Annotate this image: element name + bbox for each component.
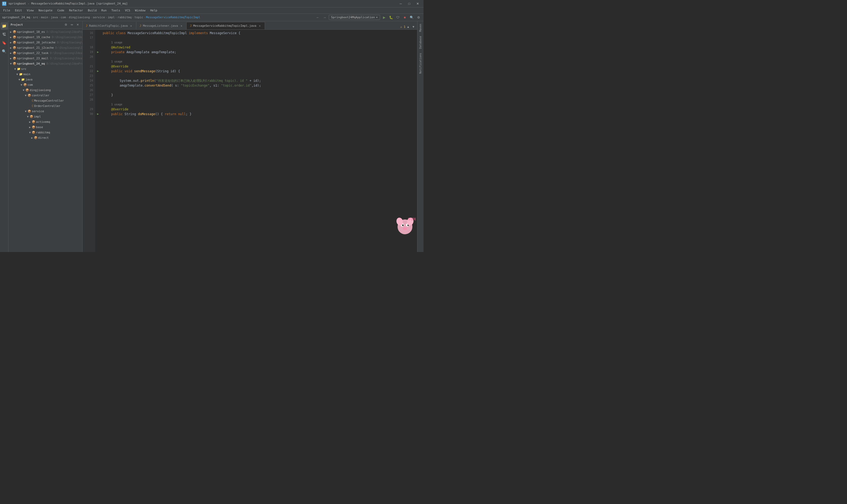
menu-file[interactable]: File [1,8,13,13]
tree-item-springboot21[interactable]: ▶ 📦 springboot_21_j2cache D:\DingJiaxion… [8,45,82,50]
tree-item-dingjiaxiong[interactable]: ▼ 📦 dingjiaxiong [8,87,82,93]
debug-button[interactable]: 🐛 [388,15,394,20]
notifications-panel-toggle[interactable]: Notifications [418,51,422,75]
menu-edit[interactable]: Edit [13,8,24,13]
breadcrumb-com[interactable]: com [60,16,66,19]
run-gutter-30[interactable]: ▶ [95,112,101,116]
tab-close-button2[interactable]: ✕ [179,24,183,28]
tree-item-direct[interactable]: ▶ 📦 direct [8,135,82,140]
panel-close-button[interactable]: ✕ [75,22,80,28]
project-icon[interactable]: 📁 [1,22,8,30]
run-button[interactable]: ▶ [381,15,387,20]
tab-messagelistener[interactable]: J MessageListener.java ✕ [136,22,186,30]
settings-button[interactable]: ⚙ [416,15,421,20]
gutter-icons: ▶ ▶ ▶ [95,30,101,252]
code-content[interactable]: public class MessageServiceRabbitmqTopic… [101,30,417,252]
menu-view[interactable]: View [24,8,36,13]
run-gutter-19[interactable]: ▶ [95,50,101,55]
tree-item-springboot22[interactable]: ▶ 📦 springboot_22_task D:\DingJiaxiong\I… [8,50,82,56]
run-with-coverage-button[interactable]: 🛡 [395,15,401,20]
stop-button[interactable]: ■ [402,15,408,20]
tree-item-activemq[interactable]: ▶ 📦 activemq [8,119,82,124]
code-line-20 [103,55,415,59]
panel-header: Project ⚙ ⇔ ✕ [8,21,82,29]
tab-label: RabbitConfigTopic.java [89,24,128,28]
tree-item-base[interactable]: ▶ 📦 base [8,124,82,130]
code-line-23 [103,74,415,78]
breadcrumb-project[interactable]: springboot_24_mq [2,16,30,19]
scroll-up-button[interactable]: ▲ [406,24,411,30]
breadcrumb-src[interactable]: src [33,16,38,19]
panel-gear-button[interactable]: ⚙ [63,22,69,28]
code-line-27: } [103,93,415,97]
title-bar: IJ springboot - MessageServiceRabbitmqTo… [0,0,424,7]
database-panel-toggle[interactable]: Database [418,34,422,50]
project-panel: Project ⚙ ⇔ ✕ ▶ 📦 springboot_18_es D:\Di… [8,21,83,252]
find-icon[interactable]: 🔍 [1,48,8,55]
close-button[interactable]: ✕ [414,1,421,6]
breadcrumb-rabbitmq[interactable]: rabbitmq [118,16,131,19]
editor-area: J RabbitConfigTopic.java ✕ J MessageList… [83,21,417,252]
tab-close-button[interactable]: ✕ [129,24,133,28]
menu-window[interactable]: Window [133,8,148,13]
code-line-28 [103,97,415,102]
code-line-26 [103,88,415,93]
app-icon: IJ [2,2,6,6]
tree-item-springboot18[interactable]: ▶ 📦 springboot_18_es D:\DingJiaxiong\Ide… [8,29,82,34]
minimize-button[interactable]: ─ [397,1,404,6]
breadcrumb-topic[interactable]: topic [134,16,143,19]
project-tree: ▶ 📦 springboot_18_es D:\DingJiaxiong\Ide… [8,29,82,252]
code-line-30: public String doMessage() { return null;… [103,112,415,116]
run-gutter-22[interactable]: ▶ [95,69,101,74]
panel-tools: ⚙ ⇔ ✕ [63,22,80,28]
maven-panel-toggle[interactable]: Maven [418,22,422,33]
tree-item-main[interactable]: ▼ 📁 main [8,71,82,77]
right-sidebar: Maven Database Notifications [417,21,424,252]
breadcrumb-java[interactable]: java [51,16,58,19]
tree-item-com[interactable]: ▼ 📦 com [8,82,82,87]
run-config[interactable]: Springboot24MqApplication ▾ [329,15,380,20]
tree-item-service[interactable]: ▼ 📦 service [8,109,82,114]
menu-build[interactable]: Build [86,8,99,13]
tree-item-impl[interactable]: ▼ 📦 impl [8,114,82,119]
code-line-16: public class MessageServiceRabbitmqTopic… [103,31,415,35]
forward-button[interactable]: → [322,15,328,20]
menu-code[interactable]: Code [55,8,67,13]
breadcrumb-service[interactable]: service [93,16,105,19]
breadcrumb-impl[interactable]: impl [108,16,115,19]
back-button[interactable]: ← [315,15,321,20]
maximize-button[interactable]: □ [406,1,413,6]
tree-item-springboot23[interactable]: ▶ 📦 springboot_23_mail D:\DingJiaxiong\I… [8,56,82,61]
search-button[interactable]: 🔍 [409,15,415,20]
tree-item-rabbitmq[interactable]: ▼ 📦 rabbitmq [8,130,82,135]
tree-item-controller[interactable]: ▼ 📦 controller [8,93,82,98]
tree-item-ordercontroller[interactable]: ▶ C OrderController [8,103,82,109]
tree-item-src[interactable]: ▼ 📁 src [8,66,82,71]
title-bar-controls[interactable]: ─ □ ✕ [397,1,421,6]
code-editor: 16 17 18 19 20 21 22 23 24 25 26 27 28 2… [83,30,417,252]
tab-rabbitconfigtopic[interactable]: J RabbitConfigTopic.java ✕ [83,22,136,30]
run-config-dropdown-icon: ▾ [376,16,378,19]
breadcrumb-dingjiaxiong[interactable]: dingjiaxiong [69,16,90,19]
breadcrumb-class[interactable]: MessageServiceRabbitmqTopicImpl [146,16,200,19]
tree-item-springboot20[interactable]: ▶ 📦 springboot_20_jetcache D:\DingJiaxio… [8,40,82,45]
menu-tools[interactable]: Tools [109,8,122,13]
breadcrumb-main[interactable]: main [41,16,48,19]
structure-icon[interactable]: 🏗 [1,31,8,38]
bookmarks-icon[interactable]: 🔖 [1,39,8,47]
tree-item-java[interactable]: ▼ 📁 java [8,77,82,82]
menu-help[interactable]: Help [148,8,160,13]
tree-item-springboot19[interactable]: ▶ 📦 springboot_19_cache D:\DingJiaxiong\… [8,34,82,40]
menu-bar: File Edit View Navigate Code Refactor Bu… [0,7,424,14]
menu-navigate[interactable]: Navigate [37,8,55,13]
scroll-down-button[interactable]: ▼ [411,24,416,30]
tab-messageserviceimpl[interactable]: J MessageServiceRabbitmqTopicImpl.java ✕ [186,22,265,30]
menu-run[interactable]: Run [99,8,109,13]
breadcrumb: springboot_24_mq › src › main › java › c… [2,16,200,19]
menu-refactor[interactable]: Refactor [67,8,85,13]
tree-item-springboot24[interactable]: ▼ 📦 springboot_24_mq D:\DingJiaxiong\Ide… [8,61,82,66]
panel-expand-button[interactable]: ⇔ [69,22,74,28]
tab-close-button3[interactable]: ✕ [258,24,262,28]
menu-vcs[interactable]: VCS [123,8,132,13]
tree-item-messagecontroller[interactable]: ▶ C MessageController [8,98,82,103]
